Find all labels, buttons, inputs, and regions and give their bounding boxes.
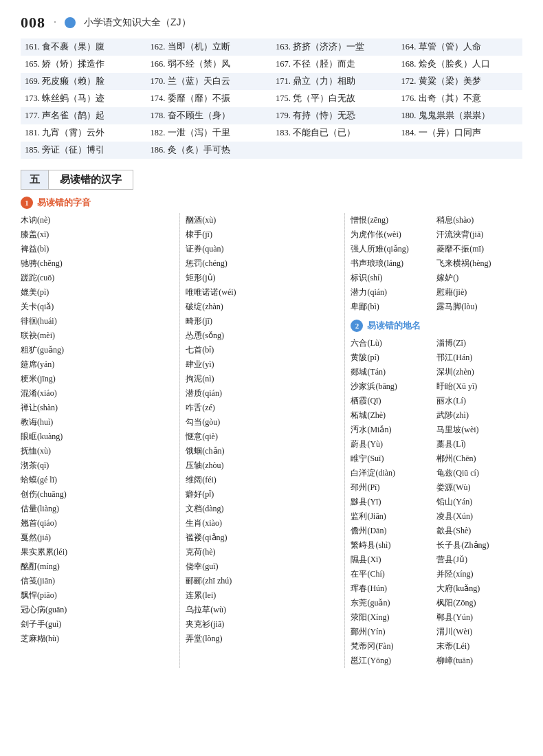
list-item: 歙县(Shè) — [436, 524, 520, 538]
subsection1-header: 1 易读错的字音 — [21, 197, 522, 209]
list-item: 郯城(Tán) — [351, 365, 434, 379]
list-item: 驰骋(chěng) — [21, 256, 174, 271]
list-item: 芝麻糊(hù) — [21, 632, 174, 646]
right-top-chars: 憎恨(zēng)为虎作伥(wèi)强人所难(qiǎng)书声琅琅(láng)标识… — [351, 213, 520, 314]
list-item: 眼眶(kuàng) — [21, 430, 174, 444]
list-item: 娄源(Wù) — [436, 480, 520, 495]
chars-col2: 酗酒(xù)棣手(jī)证券(quàn)惩罚(chéng)矩形(jǔ)唯唯诺诺(… — [183, 213, 342, 668]
fill-cell: 161. 食不裹（果）腹 — [21, 38, 146, 56]
list-item: 唯唯诺诺(wéi) — [186, 285, 339, 300]
list-item: 慰藉(jiè) — [436, 285, 520, 300]
list-item: 戛然(jiá) — [21, 531, 174, 545]
fill-cell: 185. 旁证（征）博引 — [21, 142, 146, 159]
places-col2: 淄博(Zī)邗江(Hán)深圳(zhèn)盱眙(Xū yī)丽水(Lí)武陟(z… — [436, 336, 520, 668]
section5-header: 五 易读错的汉字 — [21, 170, 522, 190]
fill-table: 161. 食不裹（果）腹162. 当即（机）立断163. 挤挤（济济）一堂164… — [21, 38, 522, 159]
fill-cell: 181. 九宵（霄）云外 — [21, 124, 146, 142]
fill-cell: 171. 鼎立（力）相助 — [272, 73, 397, 90]
list-item: 惩罚(chéng) — [186, 256, 339, 271]
list-item: 长子县(Zhǎng) — [436, 538, 520, 553]
list-item: 郦郦(zhī zhú) — [186, 574, 339, 588]
list-item: 肆业(yì) — [186, 357, 339, 372]
fill-cell: 174. 委靡（靡）不振 — [146, 90, 272, 107]
list-item: 乌拉草(wù) — [186, 603, 339, 617]
list-item: 拘泥(nì) — [186, 372, 339, 386]
places-section: 六合(Lù)黄陂(pí)郯城(Tán)沙家浜(bāng)栖霞(Qī)柘城(Zhè… — [351, 336, 520, 668]
divider1 — [179, 213, 180, 668]
list-item: 淄博(Zī) — [436, 336, 520, 351]
subsection2-header: 2 易读错的地名 — [351, 320, 520, 332]
section5-num: 五 — [21, 170, 49, 190]
list-item: 武陟(zhì) — [436, 408, 520, 423]
list-item: 邗江(Hán) — [436, 351, 520, 365]
list-item: 勾当(gòu) — [186, 415, 339, 430]
list-item: 蛤蟆(gé lī) — [21, 473, 174, 487]
list-item: 儋州(Dān) — [351, 524, 434, 538]
list-item: 筵席(yán) — [21, 357, 174, 372]
list-item: 克荷(hè) — [186, 545, 339, 559]
list-item: 邳州(Pī) — [351, 480, 434, 495]
fill-cell: 184. 一（异）口同声 — [397, 124, 523, 142]
fill-cell: 182. 一泄（泻）千里 — [146, 124, 272, 142]
chars-section: 木讷(nè)膝盖(xī)裨益(bì)驰骋(chěng)蹉跎(cuō)媲美(pì)… — [21, 213, 522, 668]
list-item: 郸县(Yún) — [436, 610, 520, 625]
list-item: 粗犷(guǎng) — [21, 343, 174, 357]
list-item: 裨益(bì) — [21, 242, 174, 256]
fill-cell: 168. 烩灸（脍炙）人口 — [397, 56, 523, 73]
list-item: 弄堂(lòng) — [186, 632, 339, 646]
list-item: 在平(Chí) — [351, 567, 434, 581]
list-item: 梵蒂冈(Fàn) — [351, 639, 434, 654]
list-item: 为虎作伥(wèi) — [351, 227, 434, 242]
fill-cell: 180. 鬼鬼祟祟（祟祟） — [397, 107, 523, 124]
list-item: 黄陂(pí) — [351, 351, 434, 365]
list-item: 丽水(Lí) — [436, 394, 520, 408]
list-item: 创伤(chuāng) — [21, 487, 174, 502]
fill-cell: 169. 死皮癞（赖）脸 — [21, 73, 146, 90]
fill-cell: 177. 声名雀（鹊）起 — [21, 107, 146, 124]
list-item: 膝盖(xī) — [21, 227, 174, 242]
fill-cell: 183. 不能自已（已） — [272, 124, 397, 142]
chars-right: 憎恨(zēng)为虎作伥(wèi)强人所难(qiǎng)书声琅琅(láng)标识… — [348, 213, 522, 668]
section5-title: 易读错的汉字 — [49, 170, 133, 190]
list-item: 畸形(jī) — [186, 314, 339, 329]
list-item: 蹉跎(cuō) — [21, 271, 174, 285]
fill-cell — [272, 142, 397, 159]
list-item: 冠心病(guān) — [21, 603, 174, 617]
list-item: 粳米(jīng) — [21, 372, 174, 386]
list-item: 菱靡不振(mī) — [436, 242, 520, 256]
list-item: 繁峙县(shì) — [351, 538, 434, 553]
list-item: 教诲(huì) — [21, 415, 174, 430]
chars-col4: 稍息(shào)汗流浃背(jiā)菱靡不振(mī)飞来横祸(hèng)嫁妒()慰… — [436, 213, 520, 314]
list-item: 汗流浃背(jiā) — [436, 227, 520, 242]
list-item: 郴州(Chēn) — [436, 452, 520, 466]
list-item: 饿蝈(chǎn) — [186, 444, 339, 458]
page-number: 008 — [21, 14, 45, 32]
fill-cell — [397, 142, 523, 159]
list-item: 铅山(Yán) — [436, 495, 520, 509]
list-item: 矩形(jǔ) — [186, 271, 339, 285]
list-item: 稍息(shào) — [436, 213, 520, 227]
list-item: 联袂(mèi) — [21, 329, 174, 343]
list-item: 黟县(Yī) — [351, 495, 434, 509]
list-item: 破绽(zhàn) — [186, 300, 339, 314]
list-item: 混淆(xiáo) — [21, 386, 174, 401]
list-item: 侥幸(guī) — [186, 559, 339, 574]
fill-cell: 167. 不径（胫）而走 — [272, 56, 397, 73]
list-item: 禅让(shàn) — [21, 401, 174, 415]
list-item: 藁县(Lǐ) — [436, 437, 520, 452]
list-item: 媲美(pì) — [21, 285, 174, 300]
list-item: 沔水(Miǎn) — [351, 423, 434, 437]
list-item: 压轴(zhòu) — [186, 458, 339, 473]
list-item: 卑鄙(bì) — [351, 300, 434, 314]
list-item: 龟兹(Qiū cí) — [436, 466, 520, 480]
list-item: 连累(lei) — [186, 588, 339, 603]
list-item: 荥阳(Xíng) — [351, 610, 434, 625]
list-item: 东莞(guǎn) — [351, 596, 434, 610]
list-item: 栖霞(Qī) — [351, 394, 434, 408]
subtitle-text: 小学语文知识大全（ZJ） — [84, 16, 191, 29]
list-item: 翘首(qiáo) — [21, 516, 174, 531]
list-item: 并陉(xíng) — [436, 567, 520, 581]
list-item: 维阔(féi) — [186, 473, 339, 487]
subtitle-icon — [65, 17, 76, 28]
list-item: 潜力(qián) — [351, 285, 434, 300]
